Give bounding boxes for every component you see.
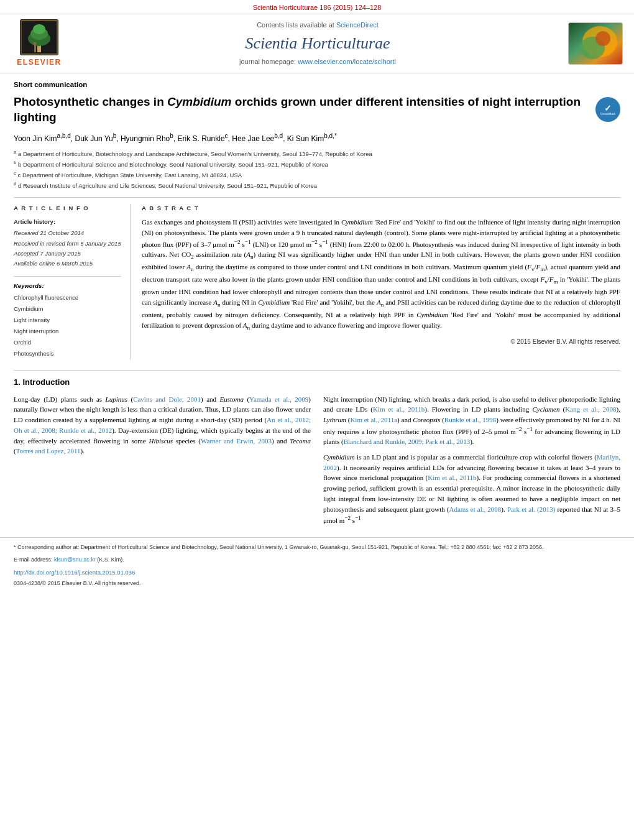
ref-marilyn[interactable]: Marilyn, 2002 — [323, 453, 620, 471]
article-body: Short communication Photosynthetic chang… — [0, 73, 634, 537]
ref-kim2011b[interactable]: Kim et al., 2011b — [373, 405, 425, 413]
article-history: Article history: Received 21 October 201… — [14, 217, 121, 269]
ref-kim2011b-2[interactable]: Kim et al., 2011b — [428, 474, 476, 481]
ref-kang[interactable]: Kang et al., 2008 — [565, 405, 616, 413]
keywords-header: Keywords: — [14, 282, 121, 290]
journal-ref-bar: Scientia Horticulturae 186 (2015) 124–12… — [0, 0, 634, 14]
divider-1 — [14, 197, 620, 198]
intro-col-left: Long-day (LD) plants such as Lupinus (Ca… — [14, 394, 311, 531]
copyright-line: © 2015 Elsevier B.V. All rights reserved… — [142, 338, 620, 346]
email-link[interactable]: kisun@snu.ac.kr — [54, 556, 96, 563]
keyword-1: Chlorophyll fluorescence — [14, 292, 121, 303]
intro-section-title: 1. Introduction — [14, 377, 620, 388]
abstract-text: Gas exchanges and photosystem II (PSII) … — [142, 217, 620, 333]
ref-adams[interactable]: Adams et al., 2008 — [449, 505, 502, 513]
affiliations: a a Department of Horticulture, Biotechn… — [14, 149, 620, 191]
history-label: Article history: — [14, 217, 121, 227]
journal-logo-right — [568, 22, 623, 65]
intro-col-right: Night interruption (NI) lighting, which … — [323, 394, 620, 531]
footer-section: * Corresponding author at: Department of… — [0, 537, 634, 592]
elsevier-logo: ELSEVIER — [11, 19, 67, 68]
divider-info — [14, 276, 121, 277]
doi-link[interactable]: http://dx.doi.org/10.1016/j.scienta.2015… — [14, 569, 135, 576]
ref-blanchard[interactable]: Blanchard and Runkle, 2009; Park et al.,… — [344, 438, 470, 445]
article-title: Photosynthetic changes in Cymbidium orch… — [14, 95, 595, 125]
svg-point-11 — [595, 31, 610, 46]
contents-line: Contents lists available at ScienceDirec… — [67, 21, 568, 30]
intro-p1: Long-day (LD) plants such as Lupinus (Ca… — [14, 394, 311, 456]
article-info-abstract: A R T I C L E I N F O Article history: R… — [14, 204, 620, 360]
footer-doi: http://dx.doi.org/10.1016/j.scienta.2015… — [14, 568, 620, 577]
keywords-section: Keywords: Chlorophyll fluorescence Cymbi… — [14, 282, 121, 360]
keywords-list: Chlorophyll fluorescence Cymbidium Light… — [14, 292, 121, 359]
svg-rect-5 — [34, 45, 36, 52]
abstract-header: A B S T R A C T — [142, 204, 620, 212]
footnote-email: E-mail address: kisun@snu.ac.kr (K.S. Ki… — [14, 555, 620, 564]
article-type-label: Short communication — [14, 80, 620, 90]
header-center-content: Contents lists available at ScienceDirec… — [67, 21, 568, 67]
header-banner: ELSEVIER Contents lists available at Sci… — [0, 14, 634, 73]
intro-p3: Cymbidium is an LD plant and is popular … — [323, 452, 620, 526]
elsevier-wordmark: ELSEVIER — [17, 57, 61, 68]
keyword-3: Light intensity — [14, 315, 121, 326]
keyword-4: Night interruption — [14, 326, 121, 337]
authors-line: Yoon Jin Kima,b,d, Duk Jun Yub, Hyungmin… — [14, 132, 620, 144]
journal-ref-text: Scientia Horticulturae 186 (2015) 124–12… — [253, 4, 382, 11]
journal-title-banner: Scientia Horticulturae — [67, 32, 568, 55]
received-revised-date: Received in revised form 5 January 2015 — [14, 239, 121, 249]
homepage-url[interactable]: www.elsevier.com/locate/scihorti — [298, 58, 396, 65]
footnote-corresponding: * Corresponding author at: Department of… — [14, 543, 620, 552]
crossmark-badge: ✓ CrossMark — [595, 97, 620, 122]
sciencedirect-link[interactable]: ScienceDirect — [336, 21, 379, 29]
ref-an[interactable]: An et al., 2012; Oh et al., 2008; Runkle… — [14, 416, 311, 434]
available-date: Available online 6 March 2015 — [14, 259, 121, 269]
elsevier-tree-svg — [21, 20, 58, 55]
ref-yamada[interactable]: Yamada et al., 2009 — [249, 395, 308, 403]
keyword-5: Orchid — [14, 337, 121, 348]
article-info-col: A R T I C L E I N F O Article history: R… — [14, 204, 131, 360]
ref-runkle1998[interactable]: Runkle et al., 1998 — [444, 416, 496, 423]
ref-park2013[interactable]: Park et al. (2013) — [507, 505, 555, 513]
ref-warner[interactable]: Warner and Erwin, 2003 — [201, 437, 272, 445]
intro-p2: Night interruption (NI) lighting, which … — [323, 394, 620, 447]
journal-logo-svg — [569, 23, 623, 65]
crossmark-label: CrossMark — [600, 113, 615, 116]
keyword-6: Photosynthesis — [14, 348, 121, 359]
accepted-date: Accepted 7 January 2015 — [14, 249, 121, 259]
ref-cavins[interactable]: Cavins and Dole, 2001 — [133, 395, 201, 403]
elsevier-tree-image — [20, 19, 58, 55]
svg-point-6 — [34, 42, 37, 45]
ref-torres[interactable]: Torres and Lopez, 2011 — [16, 447, 81, 455]
svg-point-4 — [33, 24, 45, 34]
ref-kim2011a[interactable]: Kim et al., 2011a — [350, 416, 397, 423]
intro-two-col: Long-day (LD) plants such as Lupinus (Ca… — [14, 394, 620, 531]
homepage-line: journal homepage: www.elsevier.com/locat… — [67, 57, 568, 67]
footer-issn: 0304-4238/© 2015 Elsevier B.V. All right… — [14, 579, 620, 588]
received-date: Received 21 October 2014 — [14, 228, 121, 238]
introduction-section: 1. Introduction Long-day (LD) plants suc… — [14, 377, 620, 531]
keyword-2: Cymbidium — [14, 303, 121, 315]
article-info-header: A R T I C L E I N F O — [14, 204, 121, 212]
abstract-col: A B S T R A C T Gas exchanges and photos… — [142, 204, 620, 360]
title-row: Photosynthetic changes in Cymbidium orch… — [14, 95, 620, 125]
divider-2 — [14, 370, 620, 371]
